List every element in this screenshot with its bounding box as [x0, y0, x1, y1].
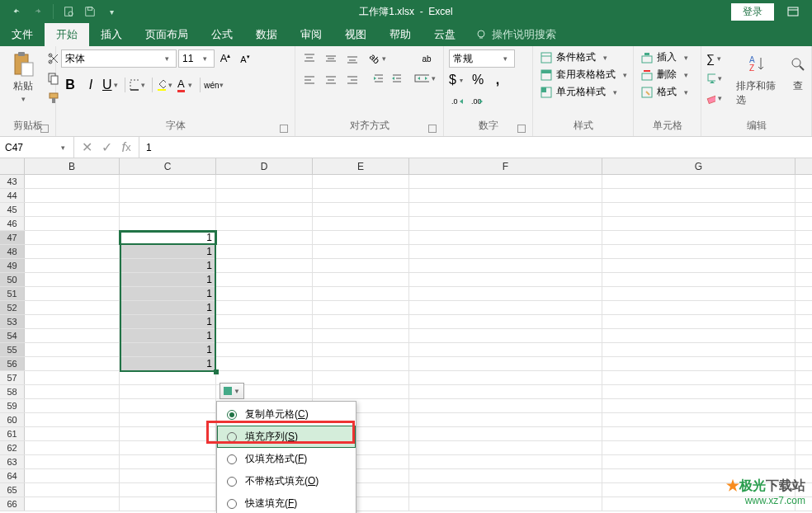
orientation-button[interactable]: ab▾	[370, 49, 388, 68]
cell-F60[interactable]	[409, 413, 602, 426]
row-header-55[interactable]: 55	[0, 343, 25, 356]
row-header-59[interactable]: 59	[0, 399, 25, 412]
login-button[interactable]: 登录	[731, 3, 774, 21]
cell-B58[interactable]	[25, 385, 120, 398]
cell-F53[interactable]	[409, 315, 602, 328]
cell-G48[interactable]	[602, 245, 795, 258]
cell-C55[interactable]: 1	[120, 343, 216, 356]
cell-E51[interactable]	[313, 287, 409, 300]
cell-G44[interactable]	[602, 189, 795, 202]
cell-E50[interactable]	[313, 273, 409, 286]
cell-E58[interactable]	[313, 385, 409, 398]
font-name-combo[interactable]: 宋体▾	[61, 49, 177, 68]
cell-F55[interactable]	[409, 343, 602, 356]
cell-D43[interactable]	[216, 175, 313, 188]
cell-G51[interactable]	[602, 287, 795, 300]
cell-C54[interactable]: 1	[120, 329, 216, 342]
cell-F63[interactable]	[409, 455, 602, 468]
row-header-51[interactable]: 51	[0, 287, 25, 300]
cell-C47[interactable]: 1	[120, 231, 216, 244]
cell-F66[interactable]	[409, 497, 602, 511]
cell-F48[interactable]	[409, 245, 602, 258]
row-header-58[interactable]: 58	[0, 385, 25, 398]
cell-C64[interactable]	[120, 469, 216, 482]
cell-E53[interactable]	[313, 315, 409, 328]
row-header-60[interactable]: 60	[0, 413, 25, 426]
accounting-format-button[interactable]: $▾	[449, 71, 467, 89]
cell-D49[interactable]	[216, 259, 313, 272]
autofill-copy-cells[interactable]: 复制单元格(C)	[217, 403, 356, 426]
decrease-indent-button[interactable]	[370, 69, 388, 87]
cell-G56[interactable]	[602, 357, 795, 370]
ribbon-display-button[interactable]	[781, 3, 805, 20]
cell-C66[interactable]	[120, 497, 216, 511]
align-center-button[interactable]	[322, 71, 340, 89]
cell-C50[interactable]: 1	[120, 273, 216, 286]
number-format-combo[interactable]: 常规▾	[449, 49, 515, 68]
cell-D47[interactable]	[216, 231, 313, 244]
name-box[interactable]: C47▾	[0, 137, 74, 158]
cell-C63[interactable]	[120, 455, 216, 468]
tab-insert[interactable]: 插入	[89, 23, 134, 46]
cell-C53[interactable]: 1	[120, 315, 216, 328]
cell-G59[interactable]	[602, 399, 795, 412]
format-as-table-button[interactable]: 套用表格格式▾	[538, 67, 632, 82]
cell-E44[interactable]	[313, 189, 409, 202]
cell-C57[interactable]	[120, 371, 216, 384]
cell-E48[interactable]	[313, 245, 409, 258]
row-header-63[interactable]: 63	[0, 455, 25, 468]
cell-C51[interactable]: 1	[120, 287, 216, 300]
cancel-button[interactable]: ✕	[79, 140, 94, 155]
cell-D52[interactable]	[216, 301, 313, 314]
cell-B52[interactable]	[25, 301, 120, 314]
cell-C52[interactable]: 1	[120, 301, 216, 314]
align-top-button[interactable]	[300, 49, 319, 68]
row-header-61[interactable]: 61	[0, 427, 25, 440]
cell-D46[interactable]	[216, 217, 313, 230]
cell-B53[interactable]	[25, 315, 120, 328]
cell-D53[interactable]	[216, 315, 313, 328]
phonetic-button[interactable]: wén▾	[205, 76, 223, 94]
cell-B43[interactable]	[25, 175, 120, 188]
cell-F43[interactable]	[409, 175, 602, 188]
tab-formula[interactable]: 公式	[200, 23, 244, 46]
cell-B66[interactable]	[25, 497, 120, 511]
fx-button[interactable]: fx	[119, 140, 134, 155]
cell-G46[interactable]	[602, 217, 795, 230]
cell-B45[interactable]	[25, 203, 120, 216]
clear-button[interactable]: ▾	[706, 89, 725, 107]
cell-E43[interactable]	[313, 175, 409, 188]
sort-filter-button[interactable]: AZ 排序和筛选	[731, 49, 783, 109]
column-header-F[interactable]: F	[409, 158, 602, 174]
cell-E49[interactable]	[313, 259, 409, 272]
cell-C60[interactable]	[120, 413, 216, 426]
cell-G55[interactable]	[602, 343, 795, 356]
cell-G53[interactable]	[602, 315, 795, 328]
cell-G52[interactable]	[602, 301, 795, 314]
row-header-52[interactable]: 52	[0, 301, 25, 314]
column-header-E[interactable]: E	[313, 158, 409, 174]
font-color-button[interactable]: A▾	[177, 76, 196, 94]
cell-F50[interactable]	[409, 273, 602, 286]
cell-F45[interactable]	[409, 203, 602, 216]
qat-customize-button[interactable]: ▾	[102, 2, 121, 21]
align-right-button[interactable]	[343, 71, 361, 89]
cell-F65[interactable]	[409, 483, 602, 497]
cell-G47[interactable]	[602, 231, 795, 244]
cell-G49[interactable]	[602, 259, 795, 272]
cell-B65[interactable]	[25, 483, 120, 497]
cell-C61[interactable]	[120, 427, 216, 440]
cell-B51[interactable]	[25, 287, 120, 300]
paste-button[interactable]: 粘贴 ▾	[5, 49, 41, 105]
align-middle-button[interactable]	[322, 49, 340, 68]
cell-B54[interactable]	[25, 329, 120, 342]
formula-input[interactable]: 1	[139, 137, 812, 158]
select-all-corner[interactable]	[0, 158, 25, 174]
fill-handle[interactable]	[214, 369, 219, 374]
cell-F58[interactable]	[409, 385, 602, 398]
bold-button[interactable]: B	[61, 76, 79, 94]
cell-F51[interactable]	[409, 287, 602, 300]
cell-B46[interactable]	[25, 217, 120, 230]
find-select-button[interactable]: 查	[790, 49, 806, 95]
cell-F47[interactable]	[409, 231, 602, 244]
